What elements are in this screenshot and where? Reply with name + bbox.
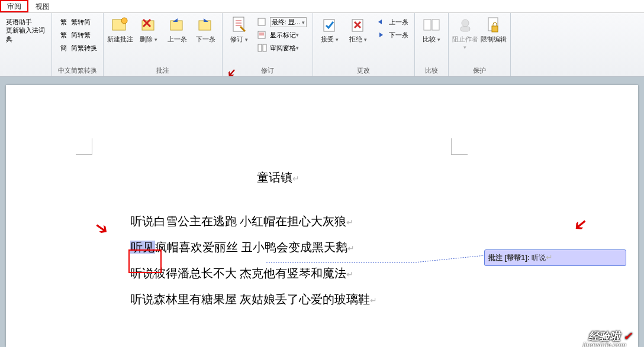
tab-review[interactable]: 审阅 — [0, 0, 28, 12]
svg-point-14 — [462, 20, 469, 27]
chinese-convert-button[interactable]: 簡简繁转换 — [56, 41, 99, 54]
comment-author: [帮帮1]: — [504, 254, 530, 262]
track-icon — [230, 15, 249, 34]
markup-icon — [257, 30, 268, 40]
group-label: 保护 — [451, 65, 508, 76]
convert-icon: 繁 — [58, 17, 69, 27]
svg-rect-4 — [199, 21, 211, 30]
tab-view[interactable]: 视图 — [28, 0, 57, 12]
new-comment-icon — [111, 15, 130, 34]
compare-button[interactable]: 比较 — [417, 14, 446, 44]
svg-rect-13 — [432, 20, 439, 30]
svg-rect-17 — [492, 26, 498, 32]
group-label — [2, 67, 49, 76]
compare-icon — [422, 15, 441, 34]
svg-rect-15 — [461, 27, 470, 31]
group-label: 比较 — [417, 65, 446, 76]
delete-comment-icon — [139, 15, 158, 34]
svg-rect-9 — [263, 44, 266, 51]
group-chinese-convert: 繁繁转简 繁简转繁 簡简繁转换 中文简繁转换 — [52, 13, 104, 76]
group-protect: 阻止作者 限制编辑 保护 — [449, 13, 511, 76]
prev-icon — [376, 17, 387, 27]
document-area: 童话镇↵ 听说白雪公主在逃跑 小红帽在担心大灰狼↵ 听见疯帽喜欢爱丽丝 丑小鸭会… — [0, 77, 644, 347]
restrict-icon — [484, 15, 503, 34]
annotation-arrow: ➔ — [91, 216, 113, 239]
tab-bar: 审阅 视图 — [0, 0, 644, 13]
prev-comment-icon — [168, 15, 186, 34]
delete-comment-button[interactable]: 删除 — [134, 14, 163, 44]
trad-to-simp-button[interactable]: 繁繁转简 — [56, 15, 99, 28]
ribbon: 英语助手 更新输入法词典 繁繁转简 繁简转繁 簡简繁转换 中文简繁转换 新建批注… — [0, 13, 644, 77]
pane-icon — [257, 43, 268, 53]
comment-text: 听说 — [532, 254, 546, 262]
margin-corner — [451, 138, 468, 155]
svg-point-1 — [121, 18, 127, 24]
comment-label: 批注 — [488, 254, 504, 262]
group-tracking: 修订 最终: 显... 显示标记 审阅窗格 修订 — [223, 13, 313, 76]
accept-icon — [320, 15, 339, 34]
annotation-highlight-box — [128, 249, 162, 273]
simp-to-trad-button[interactable]: 繁简转繁 — [56, 28, 99, 41]
margin-corner — [76, 138, 92, 155]
update-ime-dict-button[interactable]: 更新输入法词典 — [4, 28, 48, 41]
prev-comment-button[interactable]: 上一条 — [163, 14, 191, 44]
prev-change-button[interactable]: 上一条 — [373, 15, 411, 28]
comment-balloon[interactable]: 批注 [帮帮1]: 听说↵ — [484, 249, 626, 266]
text-line: 听说彼得潘总长不大 杰克他有竖琴和魔法↵ — [130, 260, 426, 286]
group-comments: 新建批注 删除 上一条 下一条 批注 ➔ — [104, 13, 223, 76]
watermark: 经验啦 ✓ jingyanla.com — [588, 329, 632, 343]
watermark-url: jingyanla.com — [583, 341, 626, 347]
reviewing-pane-button[interactable]: 审阅窗格 — [255, 41, 309, 54]
convert-icon: 繁 — [58, 30, 69, 40]
group-label: 中文简繁转换 — [54, 65, 101, 76]
svg-rect-10 — [324, 20, 334, 31]
next-comment-button[interactable]: 下一条 — [191, 14, 220, 44]
doc-icon — [257, 17, 268, 27]
doc-title: 童话镇↵ — [130, 164, 426, 190]
block-author-icon — [456, 15, 475, 34]
convert-icon: 簡 — [58, 43, 69, 53]
accept-button[interactable]: 接受 — [315, 14, 344, 44]
svg-rect-12 — [424, 20, 431, 30]
group-changes: 接受 拒绝 上一条 下一条 更改 — [313, 13, 415, 76]
next-change-button[interactable]: 下一条 — [373, 28, 411, 41]
text-line: 听说白雪公主在逃跑 小红帽在担心大灰狼↵ — [130, 208, 426, 234]
comment-connector — [266, 262, 491, 263]
next-icon — [376, 30, 387, 40]
reject-icon — [349, 15, 368, 34]
text-line: 听说森林里有糖果屋 灰姑娘丢了心爱的玻璃鞋↵ — [130, 286, 426, 312]
new-comment-button[interactable]: 新建批注 — [106, 14, 134, 44]
group-label: 更改 — [315, 65, 412, 76]
display-for-review-dropdown[interactable]: 最终: 显... — [255, 15, 309, 28]
group-proofing: 英语助手 更新输入法词典 — [0, 13, 52, 76]
restrict-editing-button[interactable]: 限制编辑 — [479, 14, 508, 44]
svg-rect-8 — [258, 44, 262, 51]
block-authors-button[interactable]: 阻止作者 — [451, 14, 479, 52]
text-line: 听见疯帽喜欢爱丽丝 丑小鸭会变成黑天鹅↵ — [130, 234, 426, 260]
group-label: 批注 — [106, 65, 220, 76]
page[interactable]: 童话镇↵ 听说白雪公主在逃跑 小红帽在担心大灰狼↵ 听见疯帽喜欢爱丽丝 丑小鸭会… — [6, 85, 638, 347]
reject-button[interactable]: 拒绝 — [344, 14, 372, 44]
annotation-arrow: ➔ — [569, 213, 593, 236]
group-compare: 比较 比较 — [415, 13, 449, 76]
svg-rect-6 — [258, 18, 265, 25]
document-content[interactable]: 童话镇↵ 听说白雪公主在逃跑 小红帽在担心大灰狼↵ 听见疯帽喜欢爱丽丝 丑小鸭会… — [130, 164, 426, 312]
show-markup-button[interactable]: 显示标记 — [255, 28, 309, 41]
track-changes-button[interactable]: 修订 — [225, 14, 253, 44]
svg-rect-3 — [170, 21, 182, 30]
next-comment-icon — [196, 15, 215, 34]
